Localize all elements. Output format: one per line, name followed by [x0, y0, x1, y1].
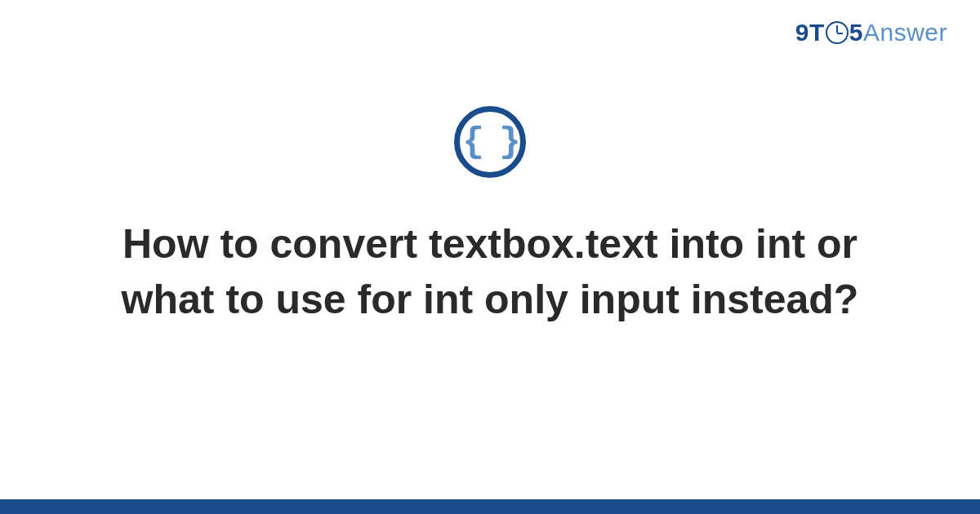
question-title: How to convert textbox.text into int or …	[61, 217, 919, 327]
footer-accent-bar	[0, 499, 980, 514]
logo-text-9t: 9T	[795, 19, 825, 47]
main-content: { } How to convert textbox.text into int…	[0, 106, 980, 327]
category-icon-circle: { }	[454, 106, 526, 178]
logo-text-answer: Answer	[863, 19, 947, 47]
clock-icon	[826, 21, 849, 44]
site-logo: 9T 5 Answer	[795, 18, 947, 47]
code-braces-icon: { }	[462, 122, 517, 162]
logo-text-5: 5	[849, 19, 863, 47]
